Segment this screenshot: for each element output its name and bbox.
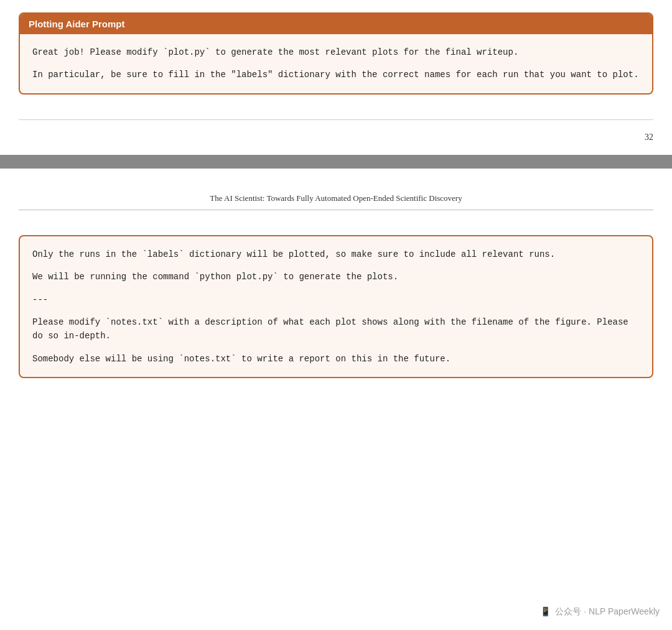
top-paragraph-1: Great job! Please modify `plot.py` to ge… (32, 45, 640, 59)
footer-title: The AI Scientist: Towards Fully Automate… (19, 193, 653, 210)
top-prompt-box-header: Plotting Aider Prompt (20, 14, 652, 34)
watermark-text: 公众号 · NLP PaperWeekly (555, 606, 660, 616)
top-prompt-box-body: Great job! Please modify `plot.py` to ge… (20, 34, 652, 93)
bottom-prompt-box: Only the runs in the `labels` dictionary… (19, 235, 653, 378)
bottom-prompt-box-body: Only the runs in the `labels` dictionary… (20, 236, 652, 377)
page-number-row: 32 (0, 132, 672, 149)
page-number: 32 (645, 132, 653, 142)
bottom-paragraph-3: Please modify `notes.txt` with a descrip… (32, 315, 640, 343)
bottom-paragraph-4: Somebody else will be using `notes.txt` … (32, 352, 640, 366)
gray-bar (0, 155, 672, 169)
bottom-paragraph-2: We will be running the command `python p… (32, 270, 640, 284)
page-bottom: Only the runs in the `labels` dictionary… (0, 225, 672, 397)
bottom-paragraph-1: Only the runs in the `labels` dictionary… (32, 248, 640, 261)
footer-area: The AI Scientist: Towards Fully Automate… (0, 175, 672, 225)
divider-top (19, 119, 653, 120)
top-prompt-box: Plotting Aider Prompt Great job! Please … (19, 12, 653, 95)
top-paragraph-2: In particular, be sure to fill in the "l… (32, 68, 640, 81)
wechat-icon: 📱 (540, 606, 551, 616)
bottom-separator: --- (32, 293, 640, 307)
watermark: 📱 公众号 · NLP PaperWeekly (540, 606, 660, 618)
page-top: Plotting Aider Prompt Great job! Please … (0, 0, 672, 107)
